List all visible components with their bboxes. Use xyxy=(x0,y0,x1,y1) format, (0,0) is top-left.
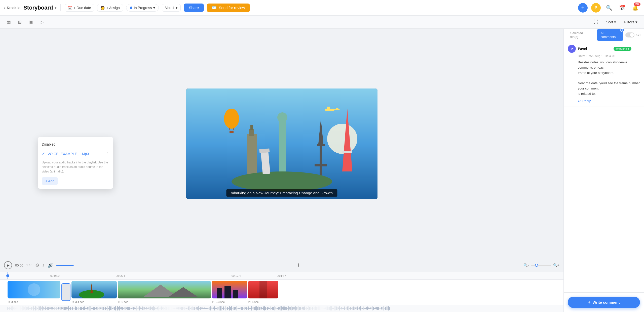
due-date-button[interactable]: 📅 + Due date xyxy=(65,4,94,12)
tab-selected-files[interactable]: Selected file(s) xyxy=(567,29,595,41)
video-frame[interactable]: mbarking on a New Journey: Embracing Cha… xyxy=(0,29,563,259)
everyone-badge: everyone ● xyxy=(614,47,631,51)
disabled-label: Disabled xyxy=(42,142,55,146)
version-button[interactable]: Ver. 1 ▾ xyxy=(162,4,181,12)
clip-3[interactable]: ⏱ 6 sec xyxy=(118,281,211,303)
ruler-mark-4: 00:14.7 xyxy=(277,274,286,277)
clip-3-label: ⏱ 6 sec xyxy=(118,300,211,303)
timeline-view-button[interactable]: ▷ xyxy=(37,18,46,27)
settings-icon[interactable]: ⚙ xyxy=(35,262,39,268)
sort-button[interactable]: Sort ▾ xyxy=(604,18,619,26)
plus-icon: + xyxy=(588,300,591,305)
assign-button[interactable]: 🧑 + Assign xyxy=(97,4,123,12)
svg-rect-9 xyxy=(279,121,286,171)
reply-button[interactable]: ↩ Reply xyxy=(578,99,640,103)
clip-5[interactable]: ⏱ 6 sec xyxy=(248,281,278,303)
playhead-circle xyxy=(6,274,9,277)
clip-1-label: ⏱ 3 sec xyxy=(8,300,60,303)
clip-3-thumb xyxy=(118,281,211,298)
download-icon[interactable]: ⬇ xyxy=(297,262,300,268)
play-button[interactable]: ▶ xyxy=(4,261,12,269)
clock-icon: ⏱ xyxy=(8,300,10,303)
title-text: Storyboard xyxy=(23,5,53,11)
project-title[interactable]: Storyboard ▾ xyxy=(23,5,56,11)
divider xyxy=(60,4,61,11)
share-button[interactable]: Share xyxy=(184,4,204,12)
status-label: In Progress xyxy=(134,6,152,10)
clip-selected[interactable] xyxy=(61,283,70,301)
svg-rect-37 xyxy=(259,281,267,298)
zoom-out-icon[interactable]: 🔍- xyxy=(523,263,529,267)
tab-all-comments[interactable]: All comments 1 xyxy=(597,29,623,41)
svg-point-25 xyxy=(28,283,40,296)
list-view-button[interactable]: ⊞ xyxy=(15,18,24,27)
version-chevron-icon: ▾ xyxy=(176,6,177,10)
clip-4-label: ⏱ 2.3 sec xyxy=(212,300,247,303)
comment-body: Besides notes, you can also leave commen… xyxy=(578,60,640,97)
status-dot-icon xyxy=(130,7,132,9)
avatar[interactable]: P xyxy=(591,3,601,13)
toggle-thumb xyxy=(630,33,634,37)
grid-view-button[interactable]: ▦ xyxy=(4,18,13,27)
send-review-button[interactable]: ✉️ Send for review xyxy=(207,4,250,12)
volume-slider[interactable] xyxy=(56,265,74,266)
panel-body: P Pavel everyone ● ⋯ Date: 18:56, Aug 1 … xyxy=(564,41,644,292)
clip-2-label: ⏱ 3.4 sec xyxy=(71,300,117,303)
write-comment-area: + Write comment xyxy=(564,292,644,312)
clip-5-label: ⏱ 6 sec xyxy=(248,300,278,303)
search-icon: 🔍 xyxy=(606,5,612,11)
review-icon: ✉️ xyxy=(212,6,217,10)
share-label: Share xyxy=(189,6,199,10)
toggle-switch[interactable] xyxy=(625,32,634,37)
waveform-bar xyxy=(0,305,563,312)
title-chevron-icon: ▾ xyxy=(55,6,56,10)
disabled-audio-option[interactable]: Disabled xyxy=(38,140,113,149)
assign-label: + Assign xyxy=(106,6,120,10)
clip-4[interactable]: ⏱ 2.3 sec xyxy=(212,281,247,303)
clock-icon-2: ⏱ xyxy=(71,300,74,303)
svg-rect-33 xyxy=(217,288,222,298)
write-comment-button[interactable]: + Write comment xyxy=(568,297,640,308)
ruler-mark-1: 00:03.0 xyxy=(50,274,60,277)
sort-chevron-icon: ▾ xyxy=(614,20,616,24)
voice-example-option[interactable]: ✓ VOICE_EXAMPLE_1.Mp3 ⋮ xyxy=(38,149,113,159)
fullscreen-button[interactable]: ⛶ xyxy=(591,17,601,27)
add-new-button[interactable]: + xyxy=(578,3,588,13)
status-pill[interactable]: In Progress ▾ xyxy=(126,4,159,12)
svg-rect-34 xyxy=(224,286,231,298)
waveform xyxy=(8,306,390,311)
svg-rect-4 xyxy=(315,164,327,166)
volume-icon[interactable]: 🔊 xyxy=(48,262,53,268)
time-display: 00:00 xyxy=(15,263,23,267)
clip-1[interactable]: ⏱ 3 sec xyxy=(8,281,60,303)
comments-panel: Selected file(s) All comments 1 0/1 P Pa… xyxy=(563,29,644,312)
add-track-button[interactable]: + Add xyxy=(42,177,58,185)
search-button[interactable]: 🔍 xyxy=(604,3,614,13)
calendar-button[interactable]: 📅 xyxy=(617,3,627,13)
svg-point-14 xyxy=(232,171,332,192)
more-icon[interactable]: ⋮ xyxy=(105,151,109,156)
video-container: mbarking on a New Journey: Embracing Cha… xyxy=(186,88,377,199)
music-icon[interactable]: ♪ xyxy=(42,263,45,268)
filter-button[interactable]: Filters ▾ xyxy=(622,18,640,26)
zoom-track[interactable] xyxy=(531,265,551,266)
back-arrow-icon: ‹ xyxy=(4,6,5,10)
notifications-button[interactable]: 🔔 99+ xyxy=(630,3,640,13)
main-layout: mbarking on a New Journey: Embracing Cha… xyxy=(0,29,644,312)
app-name[interactable]: Krock.io xyxy=(7,6,20,10)
clip-4-thumb xyxy=(212,281,247,298)
timeline-clips: ⏱ 3 sec ⏱ 3.4 sec xyxy=(0,280,563,305)
zoom-thumb[interactable] xyxy=(535,264,538,267)
comment-menu-button[interactable]: ⋯ xyxy=(635,46,640,52)
dropdown-note: Upload your audio tracks into the playli… xyxy=(38,159,113,176)
svg-rect-18 xyxy=(230,131,234,133)
zoom-in-icon[interactable]: 🔍+ xyxy=(553,263,559,267)
reply-label: Reply xyxy=(582,99,591,103)
card-view-button[interactable]: ▣ xyxy=(26,18,35,27)
track-name: VOICE_EXAMPLE_1.Mp3 xyxy=(48,152,89,156)
clip-2[interactable]: ⏱ 3.4 sec xyxy=(71,281,117,303)
playhead xyxy=(8,272,8,279)
back-button[interactable]: ‹ Krock.io xyxy=(4,6,20,10)
status-chevron-icon: ▾ xyxy=(153,6,155,10)
review-label: Send for review xyxy=(219,6,245,10)
